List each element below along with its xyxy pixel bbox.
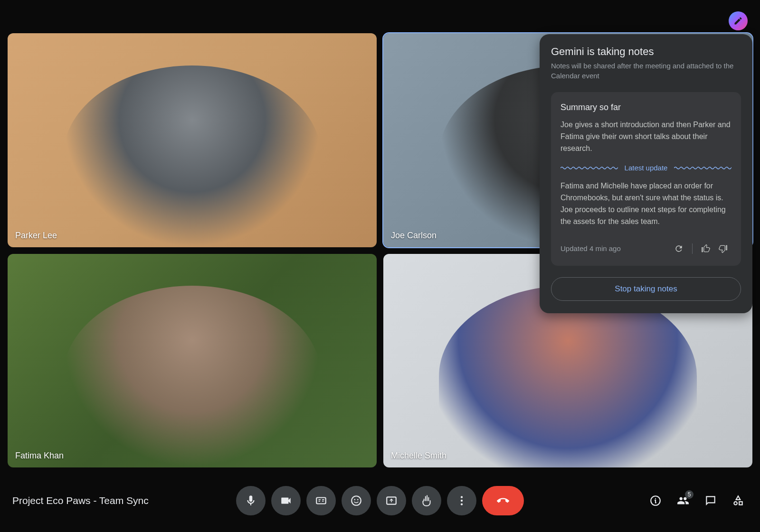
- raise-hand-button[interactable]: [412, 486, 441, 515]
- captions-button[interactable]: [306, 486, 336, 515]
- reactions-button[interactable]: [342, 486, 371, 515]
- latest-update-label: Latest update: [625, 164, 668, 172]
- svg-point-3: [357, 499, 359, 501]
- stop-taking-notes-button[interactable]: Stop taking notes: [551, 277, 741, 301]
- thumbs-down-button[interactable]: [714, 240, 732, 257]
- summary-intro-text: Joe gives a short introduction and then …: [560, 119, 732, 154]
- present-icon: [385, 495, 398, 507]
- svg-point-2: [354, 499, 355, 501]
- pencil-sparkle-icon: [733, 16, 743, 26]
- svg-rect-0: [316, 498, 326, 504]
- captions-icon: [315, 495, 327, 507]
- summary-card: Summary so far Joe gives a short introdu…: [551, 92, 741, 266]
- video-tile-fatima[interactable]: Fatima Khan: [8, 254, 377, 468]
- svg-point-5: [461, 496, 463, 498]
- more-vertical-icon: [456, 495, 468, 507]
- microphone-button[interactable]: [236, 486, 266, 515]
- microphone-icon: [245, 495, 257, 507]
- meeting-title: Project Eco Paws - Team Sync: [12, 495, 149, 506]
- camera-button[interactable]: [271, 486, 301, 515]
- thumbs-up-button[interactable]: [697, 240, 714, 257]
- gemini-panel-title: Gemini is taking notes: [551, 46, 741, 58]
- updated-timestamp: Updated 4 min ago: [560, 244, 670, 252]
- more-options-button[interactable]: [447, 486, 476, 515]
- hangup-icon: [497, 495, 509, 507]
- info-icon: [649, 495, 662, 507]
- chat-button[interactable]: [701, 491, 720, 510]
- bottom-bar: Project Eco Paws - Team Sync: [0, 486, 760, 515]
- refresh-button[interactable]: [670, 240, 687, 257]
- call-controls: [236, 486, 524, 515]
- svg-point-7: [461, 503, 463, 505]
- chat-icon: [704, 495, 717, 507]
- svg-point-1: [352, 496, 361, 505]
- participant-name: Joe Carlson: [391, 231, 437, 241]
- latest-update-divider: Latest update: [560, 164, 732, 172]
- svg-rect-10: [739, 502, 742, 505]
- participant-name: Michelle Smith: [391, 451, 446, 461]
- end-call-button[interactable]: [482, 486, 524, 515]
- svg-point-6: [461, 500, 463, 502]
- thumbs-down-icon: [718, 244, 728, 253]
- activities-button[interactable]: [729, 491, 748, 510]
- participant-name: Fatima Khan: [15, 451, 64, 461]
- svg-point-9: [734, 502, 737, 505]
- present-screen-button[interactable]: [377, 486, 406, 515]
- gemini-notes-panel: Gemini is taking notes Notes will be sha…: [540, 34, 752, 313]
- refresh-icon: [674, 244, 684, 253]
- thumbs-up-icon: [701, 244, 711, 253]
- people-button[interactable]: 5: [674, 491, 693, 510]
- emoji-icon: [350, 495, 362, 507]
- latest-update-text: Fatima and Michelle have placed an order…: [560, 180, 732, 227]
- summary-heading: Summary so far: [560, 103, 732, 112]
- meeting-info-button[interactable]: [646, 491, 665, 510]
- gemini-panel-subtitle: Notes will be shared after the meeting a…: [551, 61, 741, 81]
- participant-name: Parker Lee: [15, 231, 57, 241]
- camera-icon: [280, 495, 292, 507]
- gemini-fab[interactable]: [729, 11, 748, 30]
- shapes-icon: [732, 495, 744, 507]
- hand-icon: [420, 495, 433, 507]
- participant-count-badge: 5: [685, 490, 694, 499]
- video-tile-parker[interactable]: Parker Lee: [8, 33, 377, 247]
